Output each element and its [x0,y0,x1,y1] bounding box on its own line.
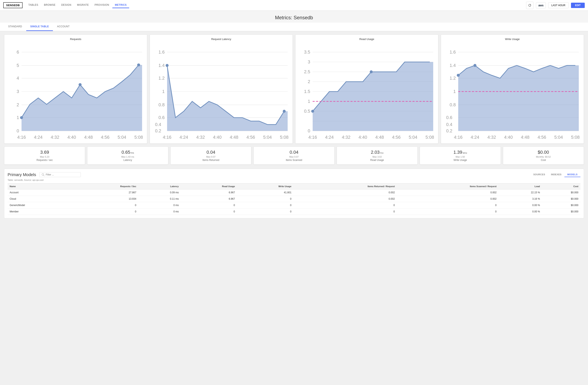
chart-read-title: Read Usage [298,38,436,41]
col-load: Load [499,183,542,189]
filter-input[interactable] [46,173,79,176]
svg-text:4:32: 4:32 [196,135,205,140]
stat-latency: 0.65ms Max 1.43 ms Latency [87,147,168,165]
svg-text:4:16: 4:16 [454,135,462,140]
svg-text:5:04: 5:04 [554,135,563,140]
stat-items-scanned-max: Max 0.07 [256,156,332,158]
row-items-ret: 0.002 [294,189,397,196]
svg-text:0.2: 0.2 [155,128,161,133]
svg-text:0.5: 0.5 [304,109,310,114]
svg-text:4:48: 4:48 [375,135,384,140]
brand-button[interactable]: SENSEDB [3,2,22,8]
svg-point-98 [457,74,460,77]
svg-text:4: 4 [17,75,19,81]
nav-provision[interactable]: PROVISION [92,2,111,8]
edit-button[interactable]: EDIT [571,3,585,8]
svg-text:1.4: 1.4 [158,63,165,68]
stat-items-scanned: 0.04 Max 0.07 Items Scanned [253,147,334,165]
svg-text:0.4: 0.4 [155,122,161,127]
svg-text:4:24: 4:24 [471,135,479,140]
nav-metrics[interactable]: METRICS [112,2,129,8]
chart-latency: Request Latency 1.6 1.4 1.2 1 0.8 0.6 [150,34,293,144]
svg-text:4:32: 4:32 [342,135,350,140]
svg-text:0.8: 0.8 [450,102,456,107]
svg-text:0.2: 0.2 [446,128,452,133]
row-name: Member [8,208,72,215]
col-name: Name [8,183,72,189]
svg-text:4:24: 4:24 [34,135,43,140]
tab-standard[interactable]: STANDARD [4,23,26,31]
models-title: Primary Models [8,172,36,177]
svg-text:1: 1 [453,89,456,94]
stat-cost: $0.00 Monthly: $0.52 Cost [503,147,584,165]
svg-point-17 [137,63,140,66]
svg-point-42 [166,64,168,67]
row-load: 0.00 % [499,208,542,215]
svg-text:4:56: 4:56 [538,135,546,140]
svg-point-43 [283,110,286,113]
row-latency: 0.09 ms [138,189,181,196]
stat-read-label: Read Usage [339,159,415,161]
aws-text: aws [538,4,544,7]
svg-text:3.5: 3.5 [304,49,310,55]
svg-text:0.6: 0.6 [158,115,165,120]
stat-latency-label: Latency [90,159,166,161]
refresh-button[interactable] [526,2,533,9]
svg-text:0.6: 0.6 [446,115,452,120]
svg-text:4:40: 4:40 [67,135,76,140]
svg-marker-96 [458,66,579,131]
svg-text:5:08: 5:08 [134,135,143,140]
svg-text:5: 5 [17,63,19,68]
row-write: 0 [237,196,294,202]
nav-migrate[interactable]: MIGRATE [75,2,91,8]
col-items-ret: Items Returned / Request [294,183,397,189]
stat-requests-label: Requests / sec [7,159,83,161]
svg-text:3: 3 [17,89,19,94]
svg-text:4:32: 4:32 [487,135,496,140]
svg-text:1.2: 1.2 [450,75,456,81]
chart-read-usage: Read Usage 3.5 3 2.5 2 1.5 [295,34,438,144]
svg-text:5:08: 5:08 [425,135,434,140]
col-read: Read Usage [181,183,237,189]
svg-text:4:40: 4:40 [213,135,222,140]
nav-tables[interactable]: TABLES [26,2,41,8]
svg-point-15 [20,116,23,119]
tab-single-table[interactable]: SINGLE TABLE [26,23,53,31]
charts-row: Requests 6 5 4 3 2 1 [4,34,584,144]
row-items-scan: 0 [397,202,499,208]
row-requests: 0 [72,208,138,215]
last-hour-button[interactable]: LAST HOUR [548,2,568,8]
models-table: Name Requests / Sec Latency Read Usage W… [8,183,580,215]
row-read: 6.967 [181,196,237,202]
stat-write-value: 1.39wcu [422,150,498,155]
col-write: Write Usage [237,183,294,189]
svg-text:1.2: 1.2 [158,75,165,81]
svg-text:1: 1 [162,89,165,94]
stat-items-returned-value: 0.04 [173,150,249,155]
row-load: 0.00 % [499,202,542,208]
models-tab-indexes[interactable]: INDEXES [548,172,565,177]
models-tab-sources[interactable]: SOURCES [530,172,548,177]
col-cost: Cost [542,183,580,189]
chart-requests: Requests 6 5 4 3 2 1 [4,34,147,144]
col-items-scan: Items Scanned / Request [397,183,499,189]
models-tabs: SOURCES INDEXES MODELS [530,172,580,177]
nav-items: TABLES BROWSE DESIGN MIGRATE PROVISION M… [26,2,129,8]
tabs-bar: STANDARD SINGLE TABLE ACCOUNT [0,23,588,31]
search-icon [42,173,44,176]
row-latency: 0.11 ms [138,196,181,202]
svg-marker-41 [167,66,288,131]
svg-text:5:08: 5:08 [571,135,580,140]
models-tab-models[interactable]: MODELS [565,172,580,177]
row-name: Cloud [8,196,72,202]
tab-account[interactable]: ACCOUNT [53,23,74,31]
svg-text:4:16: 4:16 [163,135,171,140]
svg-text:1: 1 [17,115,19,120]
nav-design[interactable]: DESIGN [59,2,74,8]
row-name: Account [8,189,72,196]
svg-line-109 [43,175,44,176]
col-latency: Latency [138,183,181,189]
svg-text:4:48: 4:48 [521,135,529,140]
top-nav: SENSEDB TABLES BROWSE DESIGN MIGRATE PRO… [0,0,588,11]
nav-browse[interactable]: BROWSE [42,2,58,8]
